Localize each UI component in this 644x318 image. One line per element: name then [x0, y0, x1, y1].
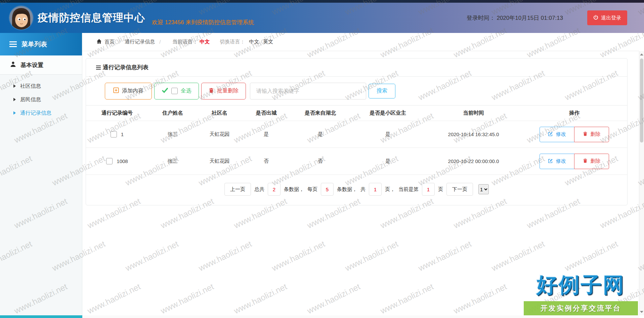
current-language-label: 当前语言：	[172, 39, 198, 45]
caret-right-icon	[13, 111, 16, 115]
cell-out-city: 是	[242, 131, 291, 137]
menu-icon	[9, 41, 17, 47]
add-content-button[interactable]: 添加内容	[105, 83, 152, 100]
cell-is-owner: 是	[350, 158, 426, 164]
caret-right-icon	[13, 98, 16, 101]
cell-resident-name: 张三	[148, 131, 197, 137]
trash-icon	[583, 131, 588, 137]
cell-from-hubei: 否	[291, 158, 350, 164]
delete-button[interactable]: 删除	[574, 127, 609, 142]
col-resident-name: 住户姓名	[148, 110, 197, 117]
table-row: 1 张三 天虹花园 是 是 是 2020-10-14 16:32:45.0 修改	[86, 121, 627, 148]
trash-icon	[209, 88, 214, 94]
cell-time: 2020-10-22 00:00:00.0	[426, 158, 521, 164]
site-logo-title: 好例子网	[524, 271, 638, 299]
language-link-zh[interactable]: 中文	[249, 39, 259, 45]
vertical-scrollbar[interactable]	[639, 51, 644, 315]
language-link-en[interactable]: 英文	[263, 39, 273, 45]
breadcrumb-home[interactable]: 首页	[96, 39, 115, 45]
app-header: 疫情防控信息管理中心 欢迎 123456 来到疫情防控信息管理系统 登录时间： …	[0, 3, 644, 33]
edit-button[interactable]: 修改	[540, 127, 574, 142]
sidebar: 菜单列表 基本设置 社区信息 居民信息 通行记录信息	[0, 33, 82, 315]
edit-button[interactable]: 修改	[540, 154, 574, 169]
current-language-value: 中文	[200, 39, 210, 45]
user-icon	[10, 61, 16, 69]
site-logo: 好例子网 开发实例分享交流平台	[524, 271, 638, 315]
edit-icon	[548, 131, 553, 137]
cell-from-hubei: 是	[291, 131, 350, 137]
cell-record-id: 1	[121, 131, 124, 137]
sidebar-item-pass-record-info[interactable]: 通行记录信息	[0, 106, 82, 120]
table-header-row: 通行记录编号 住户姓名 社区名 是否出城 是否来自湖北 是否是小区业主 当前时间…	[86, 106, 627, 121]
search-button[interactable]: 搜索	[369, 84, 395, 98]
caret-right-icon	[13, 84, 16, 88]
page-size: 5	[321, 183, 334, 196]
avatar	[9, 6, 33, 30]
row-checkbox[interactable]	[106, 158, 113, 164]
next-page-button[interactable]: 下一页	[446, 183, 473, 196]
login-time: 登录时间： 2020年10月15日 01:07:13	[467, 14, 563, 22]
list-icon	[96, 66, 101, 70]
cell-community: 天虹花园	[197, 131, 242, 137]
page-select[interactable]: 1	[478, 184, 489, 194]
site-logo-subtitle: 开发实例分享交流平台	[524, 301, 638, 315]
cell-time: 2020-10-14 16:32:45.0	[426, 131, 521, 137]
col-time: 当前时间	[426, 110, 521, 117]
scrollbar-thumb[interactable]	[640, 58, 643, 143]
trash-icon	[583, 158, 588, 164]
cell-record-id: 1008	[117, 158, 128, 164]
breadcrumb-current[interactable]: 通行记录信息	[125, 39, 155, 45]
sidebar-item-community-info[interactable]: 社区信息	[0, 79, 82, 93]
welcome-message: 欢迎 123456 来到疫情防控信息管理系统	[152, 18, 254, 26]
edit-icon	[548, 158, 553, 164]
delete-button[interactable]: 删除	[574, 154, 609, 169]
sidebar-section-basic-settings[interactable]: 基本设置	[0, 55, 82, 75]
logout-button[interactable]: 退出登录	[587, 10, 627, 25]
batch-delete-button[interactable]: 批量删除	[201, 83, 246, 100]
col-community: 社区名	[197, 110, 242, 117]
cell-community: 天虹花园	[197, 158, 242, 164]
pass-record-panel: 通行记录信息列表 添加内容 全选	[86, 58, 628, 205]
scroll-down-icon[interactable]	[639, 309, 644, 315]
search-input[interactable]	[250, 83, 366, 100]
home-icon	[96, 39, 102, 45]
power-icon	[593, 15, 598, 21]
check-icon	[162, 87, 168, 95]
col-from-hubei: 是否来自湖北	[291, 110, 350, 117]
toolbar: 添加内容 全选 批量删除 搜索	[86, 77, 627, 106]
switch-language-label: 切换语言：	[220, 39, 245, 45]
cell-resident-name: 张三	[148, 158, 197, 164]
breadcrumb: 首页 / 通行记录信息 / 当前语言： 中文 切换语言： 中文 英文	[82, 33, 639, 51]
total-count: 2	[268, 183, 281, 196]
scroll-up-icon[interactable]	[639, 52, 644, 57]
plus-square-icon	[113, 87, 119, 94]
horizontal-scrollbar-thumb[interactable]	[0, 315, 82, 318]
col-is-owner: 是否是小区业主	[350, 110, 426, 117]
col-actions: 操作	[521, 110, 627, 117]
sidebar-item-resident-info[interactable]: 居民信息	[0, 93, 82, 106]
cell-is-owner: 是	[350, 131, 426, 137]
select-all-button[interactable]: 全选	[154, 83, 199, 100]
page-count: 1	[369, 183, 382, 196]
col-record-id: 通行记录编号	[86, 110, 148, 117]
pagination: 上一页 总共 2 条数据， 每页 5 条数据， 共 1 页， 当前是第 1 页 …	[86, 175, 627, 204]
col-out-city: 是否出城	[242, 110, 291, 117]
sidebar-menu-header: 菜单列表	[0, 33, 82, 55]
page-title: 疫情防控信息管理中心	[38, 11, 145, 25]
row-checkbox[interactable]	[111, 131, 117, 137]
current-page: 1	[422, 183, 435, 196]
window-top-strip	[0, 0, 644, 3]
panel-title: 通行记录信息列表	[86, 58, 627, 77]
select-all-checkbox[interactable]	[171, 88, 178, 94]
cell-out-city: 否	[242, 158, 291, 164]
prev-page-button[interactable]: 上一页	[224, 183, 251, 196]
horizontal-scrollbar[interactable]	[0, 315, 639, 318]
table-row: 1008 张三 天虹花园 否 否 是 2020-10-22 00:00:00.0…	[86, 148, 627, 175]
